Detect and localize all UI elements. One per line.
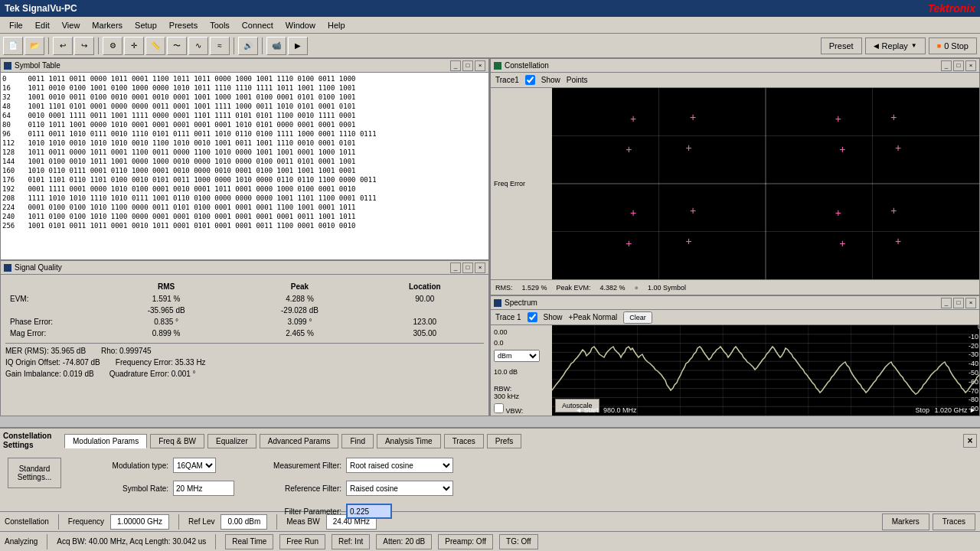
tb-config[interactable]: ⚙ xyxy=(103,37,122,55)
settings-close-button[interactable]: × xyxy=(963,434,977,448)
menu-tools[interactable]: Tools xyxy=(204,19,236,31)
menu-help[interactable]: Help xyxy=(322,19,351,31)
menu-edit[interactable]: Edit xyxy=(29,19,56,31)
spectrum-show-label: Show xyxy=(544,313,563,321)
tab-analysis-time[interactable]: Analysis Time xyxy=(377,434,441,448)
evm-rms2: -35.965 dB xyxy=(100,305,232,315)
symbol-table-panel: Symbol Table _ □ × 0 0011 1011 0011 0000… xyxy=(0,58,489,260)
menubar: File Edit View Markers Setup Presets Too… xyxy=(0,17,980,34)
signal-quality-header: Signal Quality _ □ × xyxy=(1,261,488,275)
preset-button[interactable]: Preset xyxy=(821,37,862,54)
tektronix-logo: Tektronix xyxy=(928,2,976,15)
svg-text:-30.0: -30.0 xyxy=(969,350,979,358)
symbol-table-content: 0 0011 1011 0011 0000 1011 0001 1100 101… xyxy=(1,73,488,259)
settings-header: ConstellationSettings Modulation Params … xyxy=(0,429,980,453)
units-select[interactable]: dBm xyxy=(494,350,540,362)
phase-loc: 123.00 xyxy=(368,317,482,327)
real-time-box: Real Time xyxy=(225,534,273,549)
symbol-table-close[interactable]: × xyxy=(475,60,485,71)
svg-text:+: + xyxy=(626,143,632,155)
mod-type-select[interactable]: 16QAM QPSK 8PSK 64QAM xyxy=(173,458,216,473)
svg-text:-70.0: -70.0 xyxy=(969,387,979,395)
tb-new[interactable]: 📄 xyxy=(3,37,23,55)
standard-settings-button[interactable]: StandardSettings... xyxy=(8,458,61,488)
menu-connect[interactable]: Connect xyxy=(236,19,279,31)
acq-info: Acq BW: 40.00 MHz, Acq Length: 30.042 us xyxy=(57,537,206,546)
spectrum-minimize[interactable]: _ xyxy=(941,298,952,308)
stop-button[interactable]: ■ 0 Stop xyxy=(929,37,977,54)
vbw-label: VBW: xyxy=(506,407,524,415)
show-checkbox[interactable] xyxy=(525,75,535,85)
spectrum-show-checkbox[interactable] xyxy=(528,312,537,322)
tb-redo[interactable]: ↪ xyxy=(74,37,94,55)
menu-view[interactable]: View xyxy=(56,19,87,31)
evm-label: EVM: xyxy=(7,294,99,304)
svg-text:+: + xyxy=(685,142,691,154)
spectrum-clear-button[interactable]: Clear xyxy=(623,311,652,324)
tab-modulation-params[interactable]: Modulation Params xyxy=(64,434,147,448)
constellation-header: Constellation _ □ × xyxy=(491,59,979,73)
ref-filter-select[interactable]: Raised cosine Root raised cosine None xyxy=(346,481,453,496)
tb-measure[interactable]: 📏 xyxy=(145,37,165,55)
const-close[interactable]: × xyxy=(965,60,976,71)
svg-text:+: + xyxy=(630,112,636,125)
tb-undo[interactable]: ↩ xyxy=(53,37,73,55)
rms-label: RMS: xyxy=(495,284,513,292)
sq-minimize[interactable]: _ xyxy=(450,262,461,273)
symbol-table-minimize[interactable]: _ xyxy=(450,60,461,71)
tb-cursor[interactable]: ✛ xyxy=(124,37,144,55)
signal-quality-content: RMS Peak Location EVM: 1.591 % 4.288 % 9… xyxy=(1,275,488,416)
sq-maximize[interactable]: □ xyxy=(462,262,473,273)
symbol-rate-label: Symbol Rate: xyxy=(92,484,168,493)
tb-wave3[interactable]: ≈ xyxy=(210,37,230,55)
tb-video[interactable]: 📹 xyxy=(266,37,286,55)
toolbar: 📄 📂 ↩ ↪ ⚙ ✛ 📏 〜 ∿ ≈ 🔊 📹 ▶ Preset ◀ Repla… xyxy=(0,34,980,58)
tb-open[interactable]: 📂 xyxy=(24,37,44,55)
mod-type-label: Modulation type: xyxy=(92,461,168,470)
rms-val: 1.529 % xyxy=(522,284,547,292)
svg-text:-20.0: -20.0 xyxy=(969,342,979,350)
symbol-rate-input[interactable] xyxy=(173,481,234,496)
menu-setup[interactable]: Setup xyxy=(129,19,163,31)
svg-text:+: + xyxy=(690,204,696,217)
bottombar: Analyzing Acq BW: 40.00 MHz, Acq Length:… xyxy=(0,531,980,551)
mag-loc: 305.00 xyxy=(368,328,482,338)
settings-title: ConstellationSettings xyxy=(3,432,64,450)
tb-play[interactable]: ▶ xyxy=(288,37,308,55)
spectrum-close[interactable]: × xyxy=(965,298,976,308)
spectrum-maximize[interactable]: □ xyxy=(953,298,964,308)
svg-text:-80.0: -80.0 xyxy=(969,396,979,403)
menu-presets[interactable]: Presets xyxy=(163,19,204,31)
spectrum-stop-val: 1.020 GHz xyxy=(935,406,968,414)
sq-close[interactable]: × xyxy=(475,262,485,273)
gain-label: Gain Imbalance: xyxy=(5,370,61,378)
rho-label: Rho: xyxy=(101,347,117,355)
replay-button[interactable]: ◀ Replay ▼ xyxy=(865,37,926,54)
quad-val: 0.001 ° xyxy=(172,370,196,378)
spectrum-plot: 0.0 -10.0 -20.0 -30.0 -40.0 -50.0 -60.0 … xyxy=(552,325,979,416)
tab-freq-bw[interactable]: Freq & BW xyxy=(150,434,204,448)
tab-find[interactable]: Find xyxy=(341,434,373,448)
const-minimize[interactable]: _ xyxy=(941,60,952,71)
tb-audio[interactable]: 🔊 xyxy=(238,37,258,55)
tab-advanced-params[interactable]: Advanced Params xyxy=(260,434,339,448)
menu-window[interactable]: Window xyxy=(279,19,322,31)
app-title: Tek SignalVu-PC xyxy=(5,3,77,14)
menu-markers[interactable]: Markers xyxy=(86,19,129,31)
svg-text:+: + xyxy=(839,237,845,249)
meas-filter-select[interactable]: Root raised cosine Raised cosine None xyxy=(346,458,453,473)
filter-param-input[interactable] xyxy=(346,504,392,519)
tb-wave1[interactable]: 〜 xyxy=(167,37,187,55)
const-maximize[interactable]: □ xyxy=(953,60,964,71)
tab-prefs[interactable]: Prefs xyxy=(487,434,521,448)
symbol-table-maximize[interactable]: □ xyxy=(462,60,473,71)
vbw-checkbox[interactable] xyxy=(494,403,504,413)
tb-wave2[interactable]: ∿ xyxy=(188,37,208,55)
menu-file[interactable]: File xyxy=(3,19,29,31)
tab-traces[interactable]: Traces xyxy=(444,434,484,448)
tab-equalizer[interactable]: Equalizer xyxy=(207,434,256,448)
ref-filter-label: Reference Filter: xyxy=(265,484,341,493)
mer-label: MER (RMS): xyxy=(5,347,49,355)
spectrum-stop-label: Stop xyxy=(916,406,930,414)
freq-err-label: Frequency Error: xyxy=(116,358,173,367)
